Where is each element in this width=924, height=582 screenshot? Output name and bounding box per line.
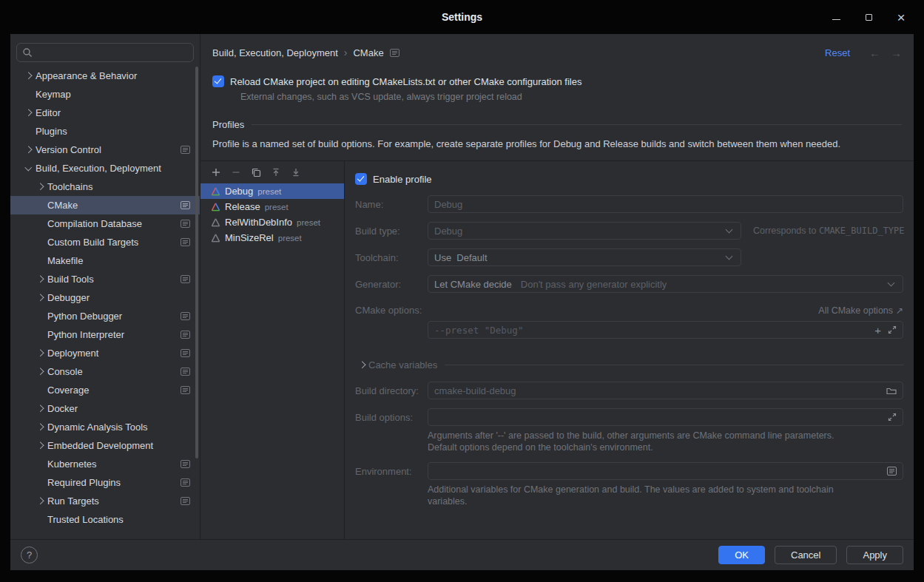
reload-cmake-checkbox[interactable] (212, 75, 224, 87)
profile-item-release[interactable]: Release preset (200, 199, 344, 214)
search-box[interactable] (16, 43, 194, 62)
sidebar-item-appearance-behavior[interactable]: Appearance & Behavior (10, 67, 200, 85)
add-option-icon: + (874, 325, 881, 336)
cache-variables-toggle[interactable]: Cache variables (355, 358, 903, 371)
question-mark-icon: ? (27, 549, 32, 561)
applied-settings-icon (181, 238, 190, 246)
sidebar-item-label: Required Plugins (47, 477, 121, 488)
titlebar: Settings × (0, 0, 924, 34)
profile-item-debug[interactable]: Debug preset (200, 183, 344, 199)
sidebar-item-label: Python Interpreter (47, 329, 124, 340)
chevron-right-icon[interactable] (33, 436, 47, 455)
sidebar-item-deployment[interactable]: Deployment (10, 344, 200, 362)
sidebar-item-kubernetes[interactable]: Kubernetes (10, 455, 200, 473)
sidebar-item-toolchains[interactable]: Toolchains (10, 177, 200, 196)
help-button[interactable]: ? (21, 547, 38, 564)
applied-settings-icon (181, 386, 190, 394)
search-input[interactable] (36, 47, 188, 58)
profile-item-relwithdebinfo[interactable]: RelWithDebInfo preset (200, 214, 344, 230)
sidebar-scrollbar[interactable] (195, 67, 198, 459)
sidebar-item-label: Kubernetes (47, 459, 97, 470)
chevron-right-icon[interactable] (21, 67, 36, 85)
name-label: Name: (355, 199, 428, 210)
reset-link[interactable]: Reset (825, 47, 850, 58)
sidebar-item-editor[interactable]: Editor (10, 104, 200, 122)
ok-button[interactable]: OK (718, 546, 765, 564)
breadcrumb-item[interactable]: Build, Execution, Deployment (212, 47, 338, 58)
chevron-right-icon[interactable] (33, 177, 47, 196)
copy-profile-button[interactable] (250, 166, 262, 178)
enable-profile-checkbox[interactable] (355, 173, 367, 185)
sidebar-item-build-tools[interactable]: Build Tools (10, 270, 200, 288)
environment-label: Environment: (355, 466, 428, 477)
build-options-help: Arguments after '--' are passed to the b… (428, 430, 903, 453)
sidebar-item-docker[interactable]: Docker (10, 399, 200, 418)
cmake-options-label: CMake options: (355, 305, 428, 316)
chevron-right-icon[interactable] (33, 362, 47, 381)
chevron-right-icon[interactable] (33, 418, 47, 436)
remove-profile-button[interactable] (230, 166, 242, 178)
sidebar-item-build-execution-deployment[interactable]: Build, Execution, Deployment (10, 159, 200, 177)
cmake-profile-icon-disabled (211, 218, 220, 227)
chevron-right-icon[interactable] (21, 141, 36, 159)
chevron-right-icon[interactable] (33, 288, 47, 307)
sidebar-item-run-targets[interactable]: Run Targets (10, 492, 200, 510)
generator-dropdown: Let CMake decide Don't pass any generato… (428, 275, 903, 293)
sidebar-item-plugins[interactable]: Plugins (10, 122, 200, 141)
sidebar-item-compilation-database[interactable]: Compilation Database (10, 214, 200, 233)
sidebar-item-label: Run Targets (47, 495, 99, 507)
chevron-down-icon[interactable] (21, 159, 36, 177)
sidebar-item-python-interpreter[interactable]: Python Interpreter (10, 325, 200, 344)
chevron-right-icon[interactable] (33, 270, 47, 288)
chevron-right-icon[interactable] (33, 492, 47, 510)
move-up-button[interactable] (270, 166, 282, 178)
cancel-button[interactable]: Cancel (775, 546, 837, 564)
environment-field (428, 462, 903, 480)
build-type-hint: Corresponds to CMAKE_BUILD_TYPE (753, 226, 905, 236)
sidebar-item-trusted-locations[interactable]: Trusted Locations (10, 510, 200, 529)
sidebar-item-required-plugins[interactable]: Required Plugins (10, 473, 200, 492)
sidebar-item-label: Dynamic Analysis Tools (47, 422, 148, 433)
breadcrumb-item[interactable]: CMake (353, 47, 383, 58)
maximize-button[interactable] (862, 10, 875, 24)
toolchain-dropdown: Use Default (428, 248, 741, 266)
apply-button[interactable]: Apply (846, 546, 903, 564)
sidebar-item-label: Compilation Database (47, 218, 142, 229)
profile-name: Debug (225, 186, 253, 197)
section-divider (252, 124, 902, 125)
expand-editor-icon (888, 325, 897, 334)
sidebar-item-embedded-development[interactable]: Embedded Development (10, 436, 200, 455)
settings-tree: Appearance & Behavior Keymap Editor Plug… (10, 67, 200, 529)
dialog-footer: ? OK Cancel Apply (10, 539, 914, 570)
sidebar-item-version-control[interactable]: Version Control (10, 141, 200, 159)
sidebar-item-debugger[interactable]: Debugger (10, 288, 200, 307)
main-panel: Build, Execution, Deployment › CMake Res… (200, 34, 914, 539)
close-button[interactable]: × (894, 10, 908, 24)
profile-suffix: preset (257, 187, 281, 196)
sidebar-item-label: Version Control (36, 144, 101, 155)
sidebar-item-keymap[interactable]: Keymap (10, 85, 200, 104)
chevron-right-icon[interactable] (33, 344, 47, 362)
minimize-button[interactable] (829, 10, 843, 24)
sidebar-item-dynamic-analysis-tools[interactable]: Dynamic Analysis Tools (10, 418, 200, 436)
sidebar-item-custom-build-targets[interactable]: Custom Build Targets (10, 233, 200, 251)
applied-settings-icon (181, 220, 190, 228)
sidebar-item-cmake[interactable]: CMake (10, 196, 200, 214)
settings-sidebar: Appearance & Behavior Keymap Editor Plug… (10, 34, 200, 539)
sidebar-item-python-debugger[interactable]: Python Debugger (10, 307, 200, 325)
reload-cmake-note: External changes, such as VCS update, al… (240, 92, 902, 105)
move-down-button[interactable] (290, 166, 302, 178)
toolchain-label: Toolchain: (355, 252, 428, 263)
sidebar-item-makefile[interactable]: Makefile (10, 251, 200, 270)
profile-name: Release (225, 201, 260, 212)
reload-cmake-checkbox-row: Reload CMake project on editing CMakeLis… (212, 74, 902, 89)
sidebar-item-console[interactable]: Console (10, 362, 200, 381)
folder-icon (886, 387, 897, 395)
build-options-field (428, 408, 903, 426)
profile-item-minsizerel[interactable]: MinSizeRel preset (200, 230, 344, 246)
add-profile-button[interactable] (210, 166, 222, 178)
profiles-list-panel: Debug preset Release preset (200, 161, 345, 539)
sidebar-item-coverage[interactable]: Coverage (10, 381, 200, 399)
chevron-right-icon[interactable] (33, 399, 47, 418)
chevron-right-icon[interactable] (21, 104, 36, 122)
